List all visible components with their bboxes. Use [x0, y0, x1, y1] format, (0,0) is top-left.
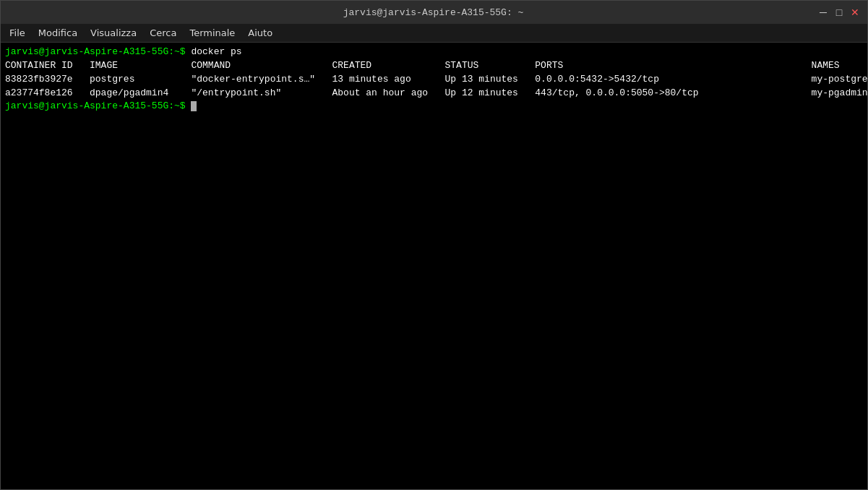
cursor	[191, 101, 197, 111]
table-row-2: a23774f8e126 dpage/pgadmin4 "/entrypoint…	[5, 87, 863, 100]
menu-aiuto[interactable]: Aiuto	[242, 26, 278, 40]
cursor-space	[186, 100, 197, 111]
prompt-2: jarvis@jarvis-Aspire-A315-55G:~$	[5, 100, 186, 111]
menu-terminale[interactable]: Terminale	[184, 26, 241, 40]
table-row-1: 83823fb3927e postgres "docker-entrypoint…	[5, 73, 863, 87]
titlebar: jarvis@jarvis-Aspire-A315-55G: ~ ─ □ ✕	[1, 1, 867, 24]
header-container-id: CONTAINER ID IMAGE COMMAND CREATED STATU…	[5, 60, 840, 71]
command-1: docker ps	[186, 46, 242, 57]
close-button[interactable]: ✕	[848, 6, 861, 19]
command-line-1: jarvis@jarvis-Aspire-A315-55G:~$ docker …	[5, 46, 863, 59]
table-header: CONTAINER ID IMAGE COMMAND CREATED STATU…	[5, 59, 863, 73]
terminal-body[interactable]: jarvis@jarvis-Aspire-A315-55G:~$ docker …	[1, 43, 867, 489]
prompt-1: jarvis@jarvis-Aspire-A315-55G:~$	[5, 46, 186, 57]
row-2-data: a23774f8e126 dpage/pgadmin4 "/entrypoint…	[5, 87, 867, 98]
command-line-2: jarvis@jarvis-Aspire-A315-55G:~$	[5, 100, 863, 113]
menu-modifica[interactable]: Modifica	[33, 26, 83, 40]
menu-visualizza[interactable]: Visualizza	[85, 26, 142, 40]
terminal-window: jarvis@jarvis-Aspire-A315-55G: ~ ─ □ ✕ F…	[0, 0, 868, 490]
window-controls: ─ □ ✕	[817, 6, 861, 19]
row-1-data: 83823fb3927e postgres "docker-entrypoint…	[5, 74, 867, 85]
menubar: File Modifica Visualizza Cerca Terminale…	[1, 24, 867, 43]
window-title: jarvis@jarvis-Aspire-A315-55G: ~	[50, 7, 817, 18]
menu-file[interactable]: File	[4, 26, 31, 40]
minimize-button[interactable]: ─	[817, 6, 830, 19]
maximize-button[interactable]: □	[833, 6, 846, 19]
menu-cerca[interactable]: Cerca	[144, 26, 182, 40]
